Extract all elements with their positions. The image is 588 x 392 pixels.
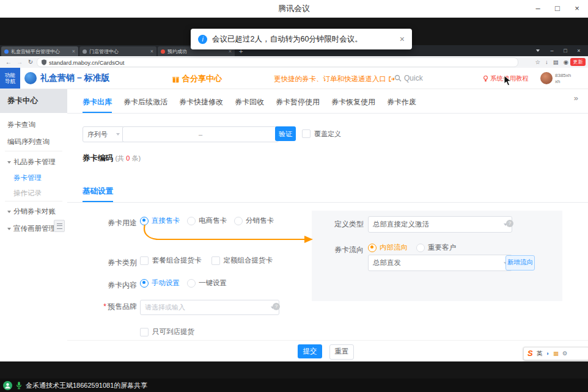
radio-direct-sale[interactable]: 直接售卡	[140, 216, 180, 225]
sidebar-item-code-sequence[interactable]: 编码序列查询	[0, 134, 75, 149]
radio-distribution-sale[interactable]: 分销售卡	[234, 216, 274, 225]
presale-brand-select[interactable]: 请选择或输入	[140, 300, 279, 315]
radio-icon[interactable]	[187, 279, 196, 288]
toast-close-icon[interactable]: ×	[400, 34, 405, 44]
checkbox-icon[interactable]	[140, 328, 149, 336]
microphone-icon	[16, 381, 22, 390]
system-tutorial-link[interactable]: 系统使用教程	[483, 74, 529, 83]
flow-target-select[interactable]: 总部直发	[368, 255, 512, 271]
maximize-icon[interactable]: □	[548, 0, 567, 17]
checkbox-combo-pickup-card[interactable]: 套餐组合提货卡	[140, 256, 202, 265]
radio-ecommerce-sale[interactable]: 电商售卡	[187, 216, 227, 225]
sidebar-item-card-query[interactable]: 券卡查询	[0, 117, 75, 132]
sidebar: 券卡中心 券卡查询 编码序列查询 礼品券卡管理 券卡管理 操作记录 分销券卡对账…	[0, 89, 68, 361]
address-field[interactable]: standard.maboy.cn/CardsOut	[37, 57, 518, 67]
tab-basic-settings[interactable]: 基础设置	[83, 186, 113, 197]
tab-card-restore[interactable]: 券卡恢复使用	[331, 92, 375, 113]
meeting-titlebar: 腾讯会议 – □ ×	[0, 0, 588, 18]
sidebar-group-gift-card-mgmt[interactable]: 礼品券卡管理	[0, 154, 75, 169]
function-nav-button[interactable]: 功能 导航	[0, 68, 20, 89]
browser-tab-marketing-admin[interactable]: 礼盒营销平台管理中心 ×	[1, 46, 78, 56]
ime-language-toggle[interactable]: 英	[537, 347, 543, 360]
back-icon[interactable]: ←	[4, 56, 13, 68]
define-type-select[interactable]: 总部直接定义激活	[368, 216, 512, 233]
tab-search-icon[interactable]	[536, 49, 540, 52]
radio-icon[interactable]	[234, 217, 243, 225]
option-label: 内部流向	[380, 243, 408, 252]
ime-keyboard-icon[interactable]: ▦	[553, 347, 559, 360]
browser-minimize-icon[interactable]: –	[545, 45, 559, 56]
meeting-title: 腾讯会议	[0, 0, 588, 17]
card-category-options: 套餐组合提货卡 定额组合提货卡	[140, 256, 273, 265]
radio-one-click-setup[interactable]: 一键设置	[187, 278, 227, 288]
brand-title: 礼盒营销 – 标准版	[40, 73, 110, 84]
info-icon: i	[198, 35, 207, 44]
verify-button[interactable]: 验证	[275, 126, 296, 141]
tab-card-suspend[interactable]: 券卡暂停使用	[276, 92, 320, 113]
radio-selected-icon[interactable]	[140, 217, 149, 225]
download-icon[interactable]: ↓	[545, 59, 548, 65]
radio-selected-icon[interactable]	[140, 279, 149, 288]
close-icon[interactable]: ×	[567, 0, 587, 17]
share-center-link[interactable]: 合分享中心	[172, 73, 222, 84]
tab-card-quick-edit[interactable]: 券卡快捷修改	[179, 92, 223, 113]
radio-icon[interactable]	[187, 217, 196, 225]
sidebar-divider	[5, 151, 62, 151]
radio-internal-flow[interactable]: 内部流向	[368, 243, 408, 252]
sidebar-title: 券卡中心	[0, 89, 67, 113]
forward-icon[interactable]: →	[15, 56, 24, 68]
define-type-label: 定义类型	[315, 219, 364, 230]
browser-update-button[interactable]: 更新	[570, 58, 586, 66]
user-avatar[interactable]	[540, 72, 553, 84]
radio-manual-setup[interactable]: 手动设置	[140, 278, 180, 288]
browser-maximize-icon[interactable]: □	[559, 45, 572, 56]
quick-search[interactable]: Quick	[394, 74, 423, 82]
checkbox-fixed-combo-pickup-card[interactable]: 定额组合提货卡	[211, 256, 273, 265]
tab-card-activate[interactable]: 券卡后续激活	[123, 92, 167, 113]
checkbox-icon[interactable]	[140, 256, 149, 265]
tab-card-void[interactable]: 券卡作废	[387, 92, 416, 113]
help-icon[interactable]: ?	[506, 220, 513, 227]
sogou-logo-icon[interactable]: S	[527, 347, 533, 360]
flow-target-value: 总部直发	[373, 258, 501, 267]
refresh-icon[interactable]: ↻	[26, 56, 35, 68]
submit-button[interactable]: 提交	[298, 344, 322, 358]
serial-type-select[interactable]: 序列号	[83, 126, 125, 142]
share-center-label: 合分享中心	[182, 73, 222, 84]
sidebar-collapse-button[interactable]	[54, 220, 65, 232]
store-only-option[interactable]: 只可到店提货	[140, 327, 194, 336]
tab-close-icon[interactable]: ×	[150, 48, 153, 54]
add-flow-button[interactable]: 新增流向	[505, 255, 535, 270]
radio-icon[interactable]	[416, 244, 425, 252]
option-label: 直接售卡	[152, 216, 180, 225]
help-icon[interactable]: ?	[273, 303, 280, 310]
ime-halfwidth-icon[interactable]: ◗	[546, 347, 549, 360]
profile-icon[interactable]: ◉	[564, 59, 568, 65]
menu-icon	[57, 223, 62, 229]
ime-toolbar: S 英 ◗ ▦ ⚙	[523, 347, 588, 360]
overwrite-define-option[interactable]: 覆盖定义	[302, 126, 341, 141]
apps-icon[interactable]: ▤	[553, 59, 559, 65]
checkbox-icon[interactable]	[302, 129, 311, 138]
card-codes-heading: 券卡编码 (共 0 条)	[83, 153, 141, 164]
quick-entry-link[interactable]: 更快捷的券卡、订单和快递通道入口	[274, 74, 395, 84]
minimize-icon[interactable]: –	[528, 0, 548, 17]
option-label: 套餐组合提货卡	[152, 256, 202, 265]
tab-card-outbound[interactable]: 券卡出库	[83, 92, 112, 113]
bulb-icon	[483, 75, 488, 82]
reset-button[interactable]: 重置	[329, 344, 354, 360]
tab-card-recycle[interactable]: 券卡回收	[235, 92, 264, 113]
browser-close-icon[interactable]: ×	[572, 45, 586, 56]
radio-selected-icon[interactable]	[368, 244, 377, 252]
meeting-toast: i 会议已超过2人，自动转为60分钟限时会议。 ×	[191, 29, 412, 49]
sidebar-group-distribution-recon[interactable]: 分销券卡对账	[0, 204, 75, 219]
codes-count-suffix: 条)	[130, 154, 141, 162]
panel-collapse-icon[interactable]: »	[574, 93, 578, 103]
favorite-icon[interactable]: ☆	[535, 59, 540, 65]
tab-close-icon[interactable]: ×	[72, 48, 75, 54]
browser-tab-store-admin[interactable]: 门店管理中心 ×	[79, 46, 156, 56]
serial-range-input[interactable]: –	[122, 126, 279, 142]
radio-important-customer[interactable]: 重要客户	[416, 243, 456, 252]
checkbox-icon[interactable]	[211, 256, 220, 265]
ime-settings-icon[interactable]: ⚙	[562, 347, 568, 360]
